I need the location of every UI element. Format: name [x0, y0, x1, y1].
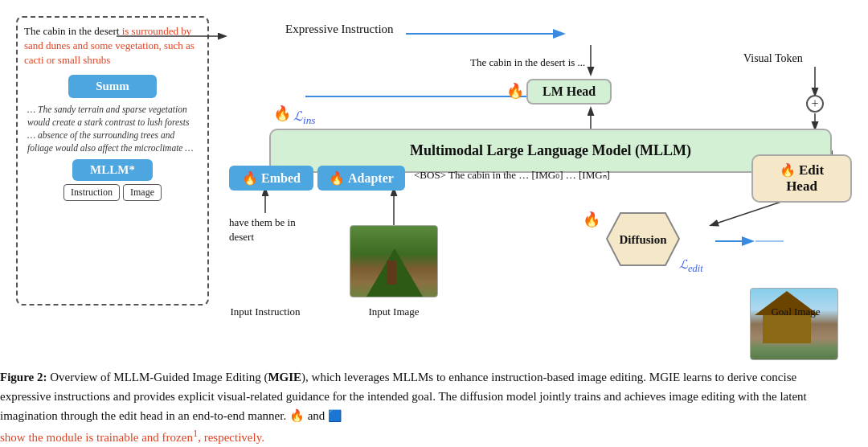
mllm-star-box: MLLM*: [72, 159, 153, 181]
left-box-text: The cabin in the desert is surrounded by…: [24, 24, 201, 68]
caption-text1: Overview of MLLM-Guided Image Editing (: [50, 371, 268, 383]
input-instruction-label: Input Instruction: [229, 306, 301, 318]
caption-fire-icon: 🔥: [289, 409, 305, 422]
caption-bold-mgie: MGIE: [268, 371, 301, 383]
right-diagram: Expressive Instruction The cabin in the …: [221, 8, 852, 330]
left-mid-text: … The sandy terrain and sparse vegetatio…: [27, 103, 198, 154]
fire-icon-diffusion: 🔥: [583, 211, 600, 228]
input-image: [350, 225, 438, 297]
goal-image-label: Goal Image: [760, 306, 832, 318]
cabin-result-text: The cabin in the desert is ...: [470, 56, 585, 69]
figure-num: Figure 2:: [0, 371, 47, 383]
left-dashed-box: The cabin in the desert is surrounded by…: [16, 16, 209, 306]
bos-text: <BOS> The cabin in the … [IMG₀] … [IMGₙ]: [414, 169, 610, 182]
image-badge: Image: [123, 184, 162, 201]
l-ins-label: ℒins: [293, 109, 316, 127]
adapter-box: 🔥Adapter: [317, 166, 405, 191]
adapter-label: Adapter: [348, 171, 394, 185]
instruction-badge: Instruction: [63, 184, 120, 201]
summ-box: Summ: [68, 75, 157, 98]
instruction-image-row: Instruction Image: [24, 184, 201, 201]
caption-cube-icon: 🟦: [328, 410, 342, 422]
svg-text:Diffusion: Diffusion: [619, 233, 667, 246]
input-image-label: Input Image: [358, 306, 430, 318]
fire-icon-lmhead: 🔥: [506, 82, 524, 100]
edit-head-box: 🔥 Edit Head: [751, 154, 852, 203]
embed-label: Embed: [261, 171, 301, 185]
fire-icon-lins: 🔥: [273, 105, 291, 122]
cabin-text-plain: The cabin in the desert: [24, 25, 122, 37]
embed-box: 🔥Embed: [229, 166, 313, 191]
have-them-text: have them be in desert: [229, 215, 301, 244]
diagram-area: The cabin in the desert is surrounded by…: [16, 8, 852, 330]
caption-area: Figure 2: Overview of MLLM-Guided Image …: [0, 367, 836, 447]
main-container: The cabin in the desert is surrounded by…: [0, 0, 868, 447]
goal-image: [750, 288, 838, 360]
l-edit-label: ℒedit: [679, 257, 703, 275]
caption-end-text: show the module is trainable and frozen1…: [0, 431, 264, 444]
plus-circle: +: [806, 95, 824, 113]
caption-and: and: [308, 409, 328, 422]
lm-head-box: LM Head: [526, 79, 612, 105]
expressive-instruction-label: Expressive Instruction: [285, 23, 394, 36]
visual-token-label: Visual Token: [743, 52, 803, 65]
svg-line-7: [711, 201, 784, 225]
